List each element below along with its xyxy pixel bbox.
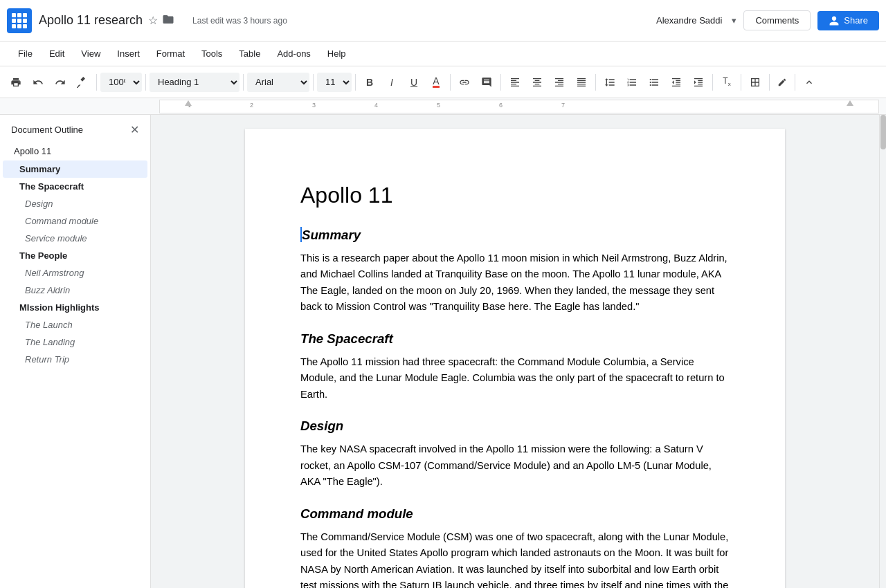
bullet-list-button[interactable] xyxy=(644,72,664,93)
document-page: Apollo 11 Summary This is a research pap… xyxy=(245,129,785,588)
share-label: Share xyxy=(844,15,868,26)
user-name: Alexandre Saddi xyxy=(656,15,722,26)
section-body-summary[interactable]: This is a research paper about the Apoll… xyxy=(300,250,730,315)
increase-indent-button[interactable] xyxy=(688,72,709,93)
menu-file[interactable]: File xyxy=(11,46,39,62)
redo-button[interactable] xyxy=(50,72,71,93)
outline-item-apollo11[interactable]: Apollo 11 xyxy=(3,142,147,160)
menu-format[interactable]: Format xyxy=(150,46,192,62)
align-left-button[interactable] xyxy=(505,72,525,93)
text-cursor xyxy=(300,227,302,242)
menu-help[interactable]: Help xyxy=(320,46,353,62)
align-center-button[interactable] xyxy=(527,72,548,93)
align-right-button[interactable] xyxy=(549,72,570,93)
outline-item-people[interactable]: The People xyxy=(3,247,147,264)
toolbar: 100% Heading 1 Arial 11 B I U A xyxy=(0,66,886,98)
edit-mode-button[interactable] xyxy=(773,72,791,93)
font-size-select[interactable]: 11 xyxy=(317,73,352,92)
section-heading-summary: Summary xyxy=(300,226,730,245)
comment-button[interactable] xyxy=(476,72,497,93)
heading-select[interactable]: Heading 1 xyxy=(150,73,239,92)
justify-button[interactable] xyxy=(571,72,592,93)
undo-button[interactable] xyxy=(28,72,48,93)
decrease-indent-button[interactable] xyxy=(666,72,687,93)
outline-item-neil[interactable]: Neil Armstrong xyxy=(3,264,147,282)
sidebar-close-button[interactable]: ✕ xyxy=(130,123,139,136)
zoom-select[interactable]: 100% xyxy=(100,73,142,92)
menu-edit[interactable]: Edit xyxy=(42,46,71,62)
table-button[interactable] xyxy=(745,72,766,93)
outline-item-landing[interactable]: The Landing xyxy=(3,333,147,351)
paint-format-button[interactable] xyxy=(72,72,93,93)
folder-icon[interactable] xyxy=(162,13,174,28)
document-scroll-area[interactable]: Apollo 11 Summary This is a research pap… xyxy=(151,115,879,588)
outline-item-spacecraft[interactable]: The Spacecraft xyxy=(3,178,147,195)
section-body-design[interactable]: The key NASA spacecraft involved in the … xyxy=(300,441,730,490)
clear-formatting-button[interactable]: Tx xyxy=(716,72,737,93)
section-body-command[interactable]: The Command/Service Module (CSM) was one… xyxy=(300,529,730,588)
section-heading-design: Design xyxy=(300,416,730,436)
font-select[interactable]: Arial xyxy=(247,73,309,92)
collapse-toolbar-button[interactable] xyxy=(799,72,820,93)
last-edit-label: Last edit was 3 hours ago xyxy=(192,16,287,26)
menu-table[interactable]: Table xyxy=(232,46,267,62)
document-main-title: Apollo 11 xyxy=(300,178,730,212)
outline-item-design[interactable]: Design xyxy=(3,195,147,212)
menu-bar: File Edit View Insert Format Tools Table… xyxy=(0,42,886,66)
outline-item-return[interactable]: Return Trip xyxy=(3,351,147,368)
scrollbar-thumb[interactable] xyxy=(880,115,886,149)
section-heading-spacecraft: The Spacecraft xyxy=(300,329,730,349)
scrollbar[interactable] xyxy=(879,115,886,588)
menu-insert[interactable]: Insert xyxy=(110,46,147,62)
italic-button[interactable]: I xyxy=(381,72,402,93)
dropdown-icon[interactable]: ▾ xyxy=(732,15,736,26)
comments-button[interactable]: Comments xyxy=(743,10,811,30)
share-button[interactable]: Share xyxy=(817,11,879,30)
text-color-button[interactable]: A xyxy=(426,72,446,93)
print-button[interactable] xyxy=(6,72,26,93)
outline-item-launch[interactable]: The Launch xyxy=(3,316,147,333)
outline-item-buzz[interactable]: Buzz Aldrin xyxy=(3,282,147,299)
menu-tools[interactable]: Tools xyxy=(195,46,229,62)
section-body-spacecraft[interactable]: The Apollo 11 mission had three spacecra… xyxy=(300,354,730,403)
app-icon[interactable] xyxy=(7,8,32,33)
outline-item-summary[interactable]: Summary xyxy=(3,160,147,178)
star-icon[interactable]: ☆ xyxy=(148,14,158,27)
outline-item-service-module[interactable]: Service module xyxy=(3,230,147,247)
outline-item-command-module[interactable]: Command module xyxy=(3,212,147,230)
outline-item-mission[interactable]: MIssion Highlights xyxy=(3,299,147,316)
sidebar-title: Document Outline xyxy=(11,125,83,135)
bold-button[interactable]: B xyxy=(359,72,380,93)
numbered-list-button[interactable] xyxy=(622,72,642,93)
link-button[interactable] xyxy=(454,72,475,93)
ruler: 1 2 3 4 5 6 7 xyxy=(0,98,886,115)
document-outline-sidebar: Document Outline ✕ Apollo 11 Summary The… xyxy=(0,115,151,588)
section-heading-command: Command module xyxy=(300,504,730,524)
menu-view[interactable]: View xyxy=(74,46,107,62)
line-spacing-button[interactable] xyxy=(599,72,620,93)
underline-button[interactable]: U xyxy=(404,72,424,93)
document-title[interactable]: Apollo 11 research xyxy=(39,13,143,28)
menu-addons[interactable]: Add-ons xyxy=(270,46,317,62)
